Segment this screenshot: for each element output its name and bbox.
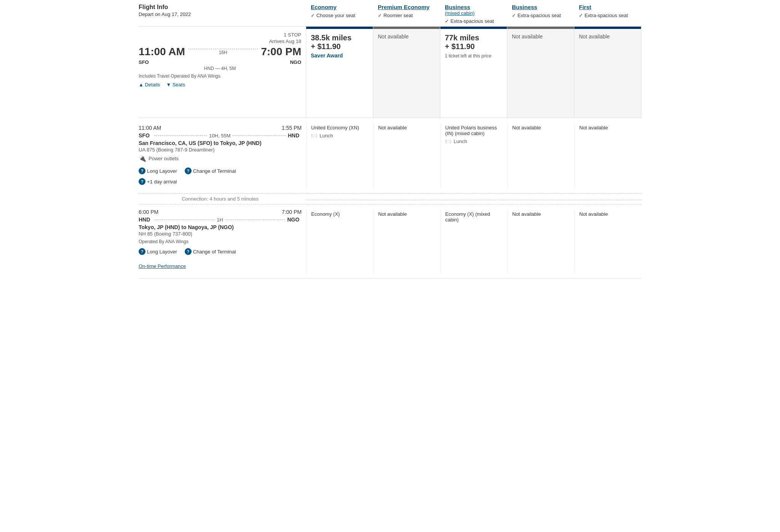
seg2-pe-cabin: Not available bbox=[378, 211, 436, 217]
seg1-business-cell: Not available bbox=[507, 123, 574, 189]
seg1-bm-meal-label: Lunch bbox=[454, 139, 467, 144]
seats-link[interactable]: ▼ Seats bbox=[166, 82, 185, 88]
seg1-flight-number: UA 875 (Boeing 787-9 Dreamliner) bbox=[139, 147, 302, 153]
includes-text: Includes Travel Operated By ANA Wings bbox=[139, 73, 301, 79]
first-na-cell: Not available bbox=[574, 27, 641, 118]
cabin-header-business-mixed: Business (mixed cabin) Extra-spacious se… bbox=[440, 4, 507, 24]
seg2-business-cell: Not available bbox=[507, 209, 574, 274]
seg1-route-label: San Francisco, CA, US (SFO) to Tokyo, JP… bbox=[139, 140, 302, 146]
seg2-origin: HND bbox=[139, 217, 150, 223]
premium-economy-top-bar bbox=[373, 27, 440, 29]
seg1-economy-meal-label: Lunch bbox=[320, 133, 333, 139]
business-mixed-subtitle[interactable]: (mixed cabin) bbox=[445, 10, 503, 16]
meal-icon-bm: 🍽️ bbox=[445, 139, 451, 144]
flight-duration: 16H bbox=[219, 50, 227, 55]
seg2-long-layover-icon: ? bbox=[139, 248, 145, 255]
seg1-day-arrival: ? +1 day arrival bbox=[139, 178, 177, 185]
meal-icon-0: 🍽️ bbox=[311, 133, 317, 139]
segment1-row: 11:00 AM 1:55 PM SFO 10H, 55M HND San Fr… bbox=[139, 118, 641, 193]
business-mixed-fee: + $11.90 bbox=[445, 42, 502, 51]
seg2-economy-cabin: Economy (X) bbox=[311, 211, 369, 217]
top-flight-summary: 1 STOP Arrives Aug 18 11:00 AM 16H 7:00 … bbox=[139, 27, 306, 118]
seg1-long-layover: ? Long Layover bbox=[139, 167, 177, 174]
seg1-origin: SFO bbox=[139, 132, 150, 139]
seg1-dashed2 bbox=[233, 135, 285, 136]
business-na: Not available bbox=[512, 33, 543, 40]
ontime-performance-link[interactable]: On-time Performance bbox=[139, 260, 186, 274]
cabin-header-first-mixed: First Extra-spacious seat bbox=[574, 4, 641, 24]
seg1-f-cabin: Not available bbox=[579, 125, 637, 131]
seg2-long-layover: ? Long Layover bbox=[139, 248, 177, 255]
seg1-duration: 10H, 55M bbox=[209, 133, 230, 139]
seg1-depart-time: 11:00 AM bbox=[139, 125, 161, 131]
layover-info: HND — 4H, 5M bbox=[139, 66, 301, 71]
seg1-b-cabin: Not available bbox=[512, 125, 570, 131]
economy-title[interactable]: Economy bbox=[311, 4, 369, 10]
seg1-pe-cabin: Not available bbox=[378, 125, 436, 131]
economy-award: Saver Award bbox=[311, 53, 368, 59]
connection-text: Connection: 4 hours and 5 minutes bbox=[139, 196, 306, 202]
business-title[interactable]: Business bbox=[512, 4, 570, 10]
segment2-row: 6:00 PM 7:00 PM HND 1H NGO Tokyo, JP (HN… bbox=[139, 204, 641, 278]
seg2-premium-economy-cell: Not available bbox=[373, 209, 440, 274]
seg1-badges: ? Long Layover ? Change of Terminal bbox=[139, 167, 302, 174]
first-mixed-title[interactable]: First bbox=[579, 4, 637, 10]
seg1-economy-cabin: United Economy (XN) bbox=[311, 125, 369, 131]
seg2-badges: ? Long Layover ? Change of Terminal bbox=[139, 248, 302, 255]
seg2-business-mixed-cell: Economy (X) (mixed cabin) bbox=[440, 209, 507, 274]
premium-economy-feature: Roomier seat bbox=[378, 13, 436, 18]
seg2-flight-number: NH 85 (Boeing 737-800) bbox=[139, 231, 302, 237]
cabin-header-premium-economy: Premium Economy Roomier seat bbox=[373, 4, 440, 24]
first-mixed-feature: Extra-spacious seat bbox=[579, 13, 637, 18]
seg1-economy-meal: 🍽️ Lunch bbox=[311, 133, 369, 139]
economy-price-cell[interactable]: 38.5k miles + $11.90 Saver Award bbox=[306, 27, 373, 118]
seg2-long-layover-label: Long Layover bbox=[147, 249, 177, 255]
seg2-change-terminal: ? Change of Terminal bbox=[185, 248, 236, 255]
business-mixed-price-cell[interactable]: 77k miles + $11.90 1 ticket left at this… bbox=[440, 27, 507, 118]
business-mixed-note: 1 ticket left at this price bbox=[445, 53, 502, 59]
origin-code: SFO bbox=[139, 59, 149, 65]
economy-feature: Choose your seat bbox=[311, 13, 369, 18]
business-mixed-miles: 77k miles bbox=[445, 33, 502, 42]
seg2-change-terminal-icon: ? bbox=[185, 248, 192, 255]
seg1-bm-cabin: United Polaris business (IN) (mixed cabi… bbox=[445, 125, 503, 136]
dest-code: NGO bbox=[290, 59, 301, 65]
seg1-premium-economy-cell: Not available bbox=[373, 123, 440, 189]
day-arrival-icon: ? bbox=[139, 178, 145, 185]
economy-top-bar bbox=[306, 27, 373, 29]
details-link[interactable]: ▲ Details bbox=[139, 82, 160, 88]
detail-section: 11:00 AM 1:55 PM SFO 10H, 55M HND San Fr… bbox=[139, 118, 641, 279]
seg1-dest: HND bbox=[288, 132, 299, 139]
seg2-change-terminal-label: Change of Terminal bbox=[193, 249, 236, 255]
flight-info-title: Flight Info bbox=[139, 4, 306, 11]
seg1-business-mixed-cell: United Polaris business (IN) (mixed cabi… bbox=[440, 123, 507, 189]
business-feature: Extra-spacious seat bbox=[512, 13, 570, 18]
seg2-operated-by: Operated By ANA Wings bbox=[139, 239, 302, 244]
seg1-day-arrival-label: +1 day arrival bbox=[147, 179, 177, 185]
arrives-date: Arrives Aug 18 bbox=[139, 38, 301, 44]
seg1-change-terminal: ? Change of Terminal bbox=[185, 167, 236, 174]
premium-economy-title[interactable]: Premium Economy bbox=[378, 4, 436, 10]
seg2-f-cabin: Not available bbox=[579, 211, 637, 217]
seg1-change-terminal-label: Change of Terminal bbox=[193, 168, 236, 174]
seg1-arrive-time: 1:55 PM bbox=[282, 125, 302, 131]
seg1-day-arrival-row: ? +1 day arrival bbox=[139, 178, 302, 185]
seg2-economy-cell: Economy (X) bbox=[306, 209, 373, 274]
seg2-duration: 1H bbox=[217, 217, 223, 223]
seg2-dest: NGO bbox=[287, 217, 299, 223]
stops-count: 1 STOP bbox=[139, 32, 301, 38]
seg2-first-cell: Not available bbox=[574, 209, 641, 274]
segment1-flight-cell: 11:00 AM 1:55 PM SFO 10H, 55M HND San Fr… bbox=[139, 123, 306, 189]
seg1-power-label: Power outlets bbox=[149, 156, 179, 161]
cabin-header-economy: Economy Choose your seat bbox=[306, 4, 373, 24]
economy-miles: 38.5k miles bbox=[311, 33, 368, 42]
long-layover-icon: ? bbox=[139, 167, 145, 174]
seg2-arrive-time: 7:00 PM bbox=[282, 209, 302, 215]
connection-bar: Connection: 4 hours and 5 minutes bbox=[139, 193, 641, 204]
business-mixed-title[interactable]: Business bbox=[445, 4, 503, 10]
seg1-power: 🔌 Power outlets bbox=[139, 155, 302, 162]
business-mixed-feature: Extra-spacious seat bbox=[445, 18, 503, 24]
first-na: Not available bbox=[579, 33, 610, 40]
business-mixed-top-bar bbox=[440, 27, 507, 29]
cabin-header-business: Business Extra-spacious seat bbox=[507, 4, 574, 24]
